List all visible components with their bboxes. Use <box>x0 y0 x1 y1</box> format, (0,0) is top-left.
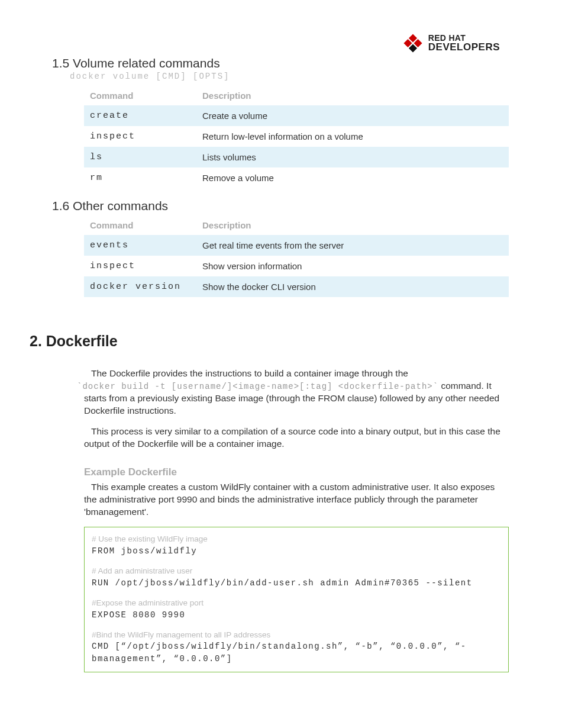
table-row: lsLists volumes <box>84 147 509 167</box>
code-line: EXPOSE 8080 9990 <box>92 609 501 621</box>
redhat-diamond-icon <box>402 33 424 54</box>
section-1-5-cmdline: docker volume [CMD] [OPTS] <box>70 72 509 81</box>
docker-build-inline-code: `docker build -t [username/]<image-name>… <box>77 382 438 391</box>
section-2-title: 2. Dockerfile <box>30 333 509 350</box>
table-row: eventsGet real time events from the serv… <box>84 235 509 256</box>
code-line: CMD [“/opt/jboss/wildfly/bin/standalong.… <box>92 640 501 665</box>
code-comment: #Bind the WildFly management to all IP a… <box>92 629 501 641</box>
dockerfile-paragraph-2: This process is very similar to a compil… <box>84 426 509 450</box>
dockerfile-paragraph-3: This example creates a custom WildFly co… <box>84 481 509 518</box>
volume-commands-table: Command Description createCreate a volum… <box>84 85 509 188</box>
code-comment: #Expose the administrative port <box>92 597 501 609</box>
code-comment: # Add an administrative user <box>92 565 501 577</box>
table-row: rmRemove a volume <box>84 167 509 188</box>
code-comment: # Use the existing WildFly image <box>92 533 501 545</box>
svg-rect-0 <box>409 34 417 42</box>
dockerfile-codebox: # Use the existing WildFly image FROM jb… <box>84 527 509 672</box>
logo: RED HAT DEVELOPERS <box>402 33 500 54</box>
table-row: docker versionShow the docker CLI versio… <box>84 276 509 297</box>
example-dockerfile-title: Example Dockerfile <box>84 466 509 479</box>
col-description: Description <box>196 214 509 235</box>
code-line: FROM jboss/wildfly <box>92 545 501 557</box>
logo-line2: DEVELOPERS <box>428 42 500 53</box>
col-command: Command <box>84 214 196 235</box>
code-line: RUN /opt/jboss/wildfly/bin/add-user.sh a… <box>92 577 501 589</box>
table-row: inspectReturn low-level information on a… <box>84 126 509 147</box>
table-row: inspectShow version information <box>84 256 509 276</box>
svg-rect-3 <box>409 44 417 52</box>
section-1-5-title: 1.5 Volume related commands <box>52 56 509 70</box>
page-content: 1.5 Volume related commands docker volum… <box>0 0 562 672</box>
logo-text: RED HAT DEVELOPERS <box>428 34 500 53</box>
table-row: createCreate a volume <box>84 105 509 126</box>
col-command: Command <box>84 85 196 105</box>
section-1-6-title: 1.6 Other commands <box>52 199 509 213</box>
col-description: Description <box>196 85 509 105</box>
dockerfile-paragraph-1: The Dockerfile provides the instructions… <box>84 368 509 417</box>
dockerfile-body: The Dockerfile provides the instructions… <box>84 368 509 672</box>
other-commands-table: Command Description eventsGet real time … <box>84 214 509 297</box>
logo-line1: RED HAT <box>428 34 500 43</box>
